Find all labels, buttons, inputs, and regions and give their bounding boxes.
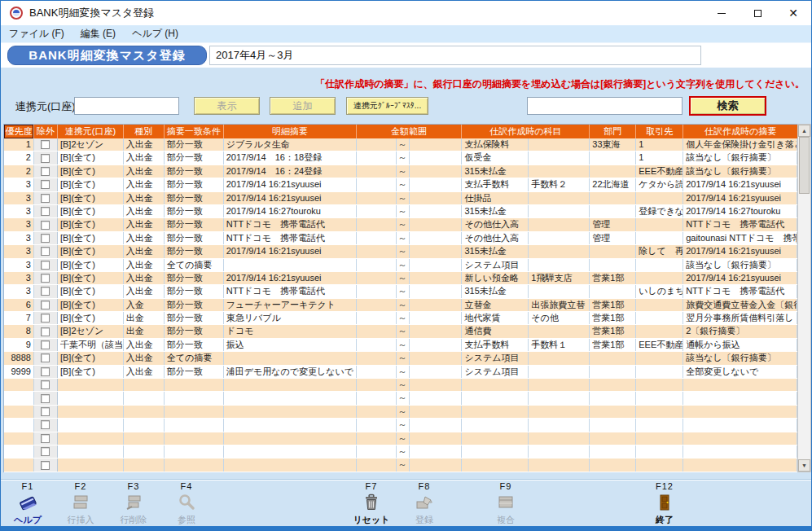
cell-desc[interactable]: 東急リバブル (224, 312, 357, 324)
cell-source[interactable]: [B](全て) (58, 178, 124, 191)
col-header-source[interactable]: 連携元(口座) (58, 125, 124, 138)
exclude-checkbox[interactable] (41, 301, 50, 309)
cell-amount-low[interactable] (357, 192, 397, 204)
cell-partner[interactable] (636, 218, 683, 230)
exclude-checkbox[interactable] (41, 221, 50, 230)
cell-account[interactable]: システム項目 (462, 352, 529, 364)
cell-account[interactable] (462, 406, 529, 418)
cell-source[interactable]: [B](全て) (58, 285, 124, 297)
exclude-checkbox[interactable] (41, 340, 50, 349)
cell-priority[interactable]: 3 (4, 232, 34, 244)
cell-priority[interactable]: 9 (4, 339, 34, 351)
cell-type[interactable]: 入出金 (124, 259, 165, 271)
cell-amount-low[interactable] (357, 151, 397, 164)
cell-priority[interactable]: 6 (4, 299, 34, 311)
cell-source[interactable] (58, 419, 124, 431)
cell-amount-low[interactable] (357, 218, 397, 230)
scrollbar-down-button[interactable]: ▼ (798, 459, 810, 472)
cell-memo[interactable]: 該当なし〔銀行摘要〕 (683, 165, 797, 178)
cell-priority[interactable] (4, 432, 34, 445)
exclude-checkbox[interactable] (41, 167, 50, 176)
cell-type[interactable]: 入出金 (124, 245, 165, 257)
cell-amount-high[interactable] (409, 205, 463, 217)
cell-type[interactable]: 出金 (124, 312, 165, 324)
exclude-checkbox[interactable] (41, 140, 50, 149)
cell-desc[interactable]: NTTドコモ 携帯電話代 (224, 285, 357, 297)
cell-match[interactable]: 部分一致 (165, 272, 224, 284)
cell-amount-low[interactable] (357, 459, 397, 471)
cell-dept[interactable] (590, 285, 636, 297)
cell-priority[interactable] (4, 379, 34, 391)
exclude-checkbox[interactable] (41, 407, 50, 416)
cell-memo[interactable]: 全部変更しないで (683, 366, 797, 378)
cell-dept[interactable] (590, 352, 636, 364)
cell-sub-account[interactable] (529, 352, 590, 364)
col-header-amount-range[interactable]: 金額範囲 (357, 125, 463, 138)
cell-account[interactable]: 315未払金 (462, 205, 529, 217)
cell-amount-high[interactable] (409, 392, 463, 404)
cell-memo[interactable] (683, 445, 797, 458)
cell-account[interactable]: 支払手数料 (462, 178, 529, 191)
cell-account[interactable]: 支払手数料 (462, 339, 529, 351)
cell-account[interactable]: システム項目 (462, 259, 529, 271)
cell-type[interactable]: 出金 (124, 325, 165, 337)
cell-type[interactable]: 入出金 (124, 232, 165, 244)
cell-desc[interactable]: 2017/9/14 16：24登録 (224, 165, 357, 178)
cell-amount-high[interactable] (409, 165, 463, 178)
cell-priority[interactable]: 3 (4, 178, 34, 191)
cell-match[interactable]: 全ての摘要 (165, 259, 224, 271)
cell-account[interactable]: 仮受金 (462, 151, 529, 164)
cell-type[interactable] (124, 392, 165, 404)
cell-desc[interactable] (224, 352, 357, 364)
f7-reset-button[interactable]: F7 リセット (352, 481, 391, 526)
cell-amount-low[interactable] (357, 138, 397, 151)
scrollbar-thumb[interactable] (799, 137, 810, 194)
search-button[interactable]: 検索 (689, 96, 766, 116)
cell-memo[interactable] (683, 432, 797, 445)
cell-desc[interactable]: 2017/9/14 16:27touroku (224, 205, 357, 217)
cell-type[interactable]: 入出金 (124, 151, 165, 164)
cell-type[interactable]: 入出金 (124, 138, 165, 151)
cell-amount-low[interactable] (357, 445, 397, 458)
cell-sub-account[interactable] (529, 432, 590, 445)
cell-amount-high[interactable] (409, 379, 463, 391)
scrollbar-up-button[interactable]: ▲ (798, 125, 810, 137)
cell-memo[interactable]: 通帳から振込 (683, 339, 797, 351)
cell-source[interactable]: [B](全て) (58, 272, 124, 284)
cell-dept[interactable]: 管理 (590, 232, 636, 244)
cell-type[interactable]: 入出金 (124, 205, 165, 217)
col-header-type[interactable]: 種別 (124, 125, 165, 138)
cell-priority[interactable]: 3 (4, 245, 34, 257)
add-button[interactable]: 追加 (270, 97, 336, 115)
cell-match[interactable]: 部分一致 (165, 178, 224, 191)
f9-compound-button[interactable]: F9 複合 (486, 481, 525, 526)
close-button[interactable]: ✕ (775, 1, 811, 25)
cell-sub-account[interactable]: 1飛騨支店 (529, 272, 590, 284)
cell-priority[interactable]: 9999 (4, 366, 34, 378)
col-header-partner[interactable]: 取引先 (636, 125, 683, 138)
cell-partner[interactable] (636, 366, 683, 378)
cell-amount-high[interactable] (409, 352, 463, 364)
cell-match[interactable]: 部分一致 (165, 285, 224, 297)
cell-amount-low[interactable] (357, 272, 397, 284)
cell-type[interactable]: 入出金 (124, 285, 165, 297)
cell-priority[interactable]: 2 (4, 151, 34, 164)
cell-memo[interactable]: NTTドコモ 携帯電話代 (683, 285, 797, 297)
cell-partner[interactable]: 登録できないよ (636, 205, 683, 217)
cell-desc[interactable]: フューチャーアーキテクト (224, 299, 357, 311)
cell-amount-high[interactable] (409, 285, 463, 297)
cell-priority[interactable]: 3 (4, 192, 34, 204)
cell-amount-low[interactable] (357, 178, 397, 191)
cell-type[interactable]: 入出金 (124, 165, 165, 178)
cell-account[interactable]: 315未払金 (462, 285, 529, 297)
cell-amount-high[interactable] (409, 419, 463, 431)
cell-dept[interactable] (590, 205, 636, 217)
cell-match[interactable]: 部分一致 (165, 366, 224, 378)
minimize-button[interactable] (704, 1, 740, 25)
cell-desc[interactable]: 2017/9/14 16：18登録 (224, 151, 357, 164)
cell-amount-low[interactable] (357, 339, 397, 351)
col-header-dept[interactable]: 部門 (590, 125, 636, 138)
cell-amount-high[interactable] (409, 218, 463, 230)
cell-type[interactable] (124, 432, 165, 445)
cell-partner[interactable] (636, 419, 683, 431)
